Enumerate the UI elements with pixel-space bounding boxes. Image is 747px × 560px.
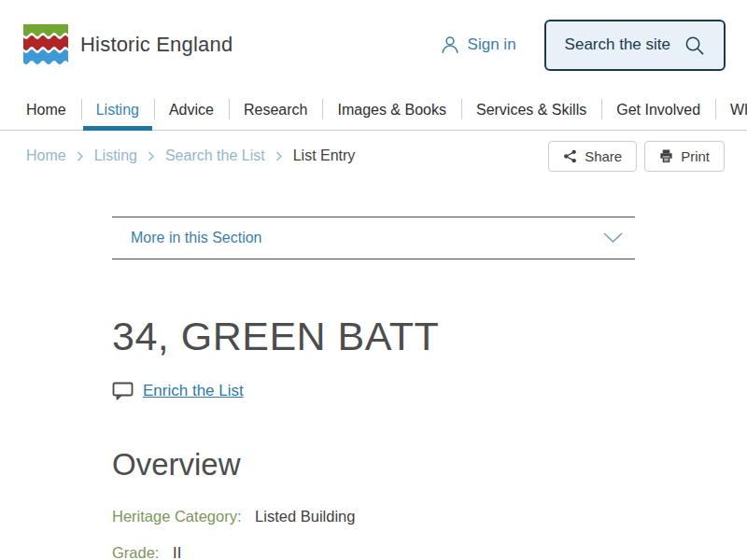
speech-bubble-icon [112, 382, 134, 400]
search-icon [684, 35, 705, 56]
more-in-section-label: More in this Section [131, 230, 262, 246]
user-icon [440, 35, 460, 55]
brand-name: Historic England [80, 33, 233, 57]
overview-heading: Overview [112, 447, 635, 483]
share-button[interactable]: Share [548, 141, 637, 172]
historic-england-logo-icon [23, 24, 68, 65]
print-icon [659, 149, 673, 163]
chevron-right-icon [275, 151, 283, 161]
more-in-section-dropdown[interactable]: More in this Section [112, 217, 635, 259]
nav-item-research[interactable]: Research [229, 90, 322, 130]
nav-item-images-books[interactable]: Images & Books [322, 90, 461, 130]
print-button[interactable]: Print [644, 141, 725, 172]
brand-logo-link[interactable]: Historic England [23, 24, 233, 65]
breadcrumb-link-listing[interactable]: Listing [94, 147, 137, 164]
grade-field: Grade: II [112, 543, 635, 560]
enrich-the-list-link[interactable]: Enrich the List [143, 382, 244, 400]
nav-item-listing[interactable]: Listing [81, 90, 154, 130]
nav-item-get-involved[interactable]: Get Involved [601, 90, 715, 130]
print-button-label: Print [681, 148, 710, 164]
heritage-category-value: Listed Building [255, 508, 355, 525]
chevron-down-icon [603, 232, 623, 244]
breadcrumb: Home Listing Search the List List Entry [26, 147, 355, 164]
heritage-category-label: Heritage Category: [112, 508, 242, 525]
page-title: 34, GREEN BATT [112, 314, 635, 358]
primary-nav: Home Listing Advice Research Images & Bo… [0, 90, 747, 131]
chevron-right-icon [77, 151, 84, 161]
breadcrumb-current: List Entry [293, 147, 356, 164]
chevron-right-icon [148, 151, 155, 161]
grade-value: II [173, 544, 181, 560]
heritage-category-field: Heritage Category: Listed Building [112, 507, 635, 525]
site-header: Historic England Sign in Search the site [0, 0, 747, 90]
sign-in-label: Sign in [468, 35, 516, 54]
sign-in-link[interactable]: Sign in [440, 35, 516, 55]
breadcrumb-link-search-the-list[interactable]: Search the List [165, 147, 265, 164]
nav-item-services-skills[interactable]: Services & Skills [461, 90, 601, 130]
main-content: More in this Section 34, GREEN BATT Enri… [112, 217, 635, 560]
grade-label: Grade: [112, 544, 159, 560]
nav-item-home[interactable]: Home [26, 90, 81, 130]
nav-item-advice[interactable]: Advice [154, 90, 229, 130]
search-site-button[interactable]: Search the site [544, 20, 726, 71]
search-button-label: Search the site [565, 35, 670, 54]
breadcrumb-link-home[interactable]: Home [26, 147, 66, 164]
nav-item-whats-new[interactable]: What's New [715, 90, 747, 130]
share-icon [563, 149, 577, 163]
share-button-label: Share [585, 148, 622, 164]
breadcrumb-row: Home Listing Search the List List Entry … [0, 131, 747, 177]
enrich-the-list-row: Enrich the List [112, 382, 635, 400]
